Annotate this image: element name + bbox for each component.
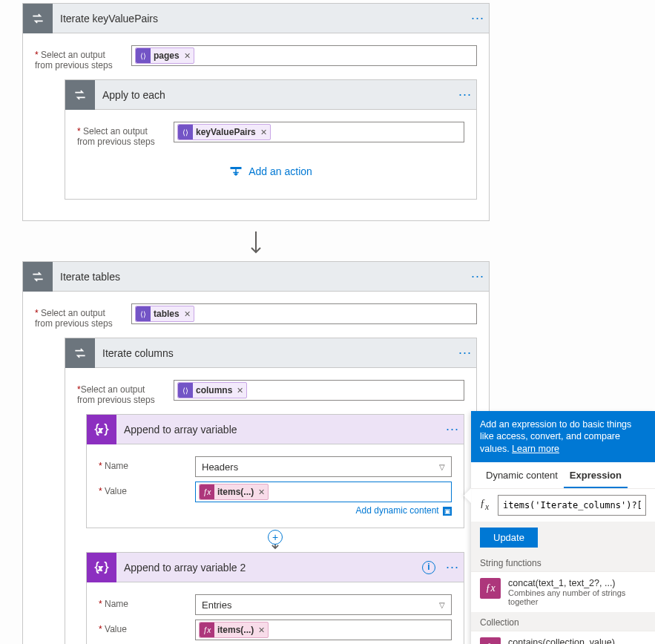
iterate-tables-card: Iterate tables ··· * Select an output fr… [22, 261, 490, 644]
card-header[interactable]: x Append to array variable 2 i ··· [87, 553, 464, 582]
svg-text:x: x [98, 565, 102, 571]
select-output-label: * Select an output from previous steps [77, 122, 174, 147]
card-header[interactable]: x Append to array variable ··· [87, 415, 464, 444]
apply-to-each-card: Apply to each ··· * Select an output fro… [65, 79, 477, 200]
dynamic-content-icon: ⟨⟩ [136, 306, 151, 321]
fx-icon: ƒx [480, 578, 501, 599]
append-array-2-card: x Append to array variable 2 i ··· * Nam… [86, 552, 464, 644]
card-header[interactable]: Iterate keyValuePairs ··· [23, 4, 489, 33]
fn-name: concat(text_1, text_2?, ...) [508, 578, 646, 588]
loop-icon [23, 262, 53, 292]
more-menu[interactable]: ··· [467, 269, 489, 284]
remove-token-icon[interactable]: ✕ [184, 309, 191, 319]
value-input[interactable]: ƒx items(...) ✕ [195, 620, 452, 640]
value-label: * Value [99, 620, 195, 634]
select-output-label: * Select an output from previous steps [35, 45, 131, 70]
token-keyvaluepairs[interactable]: ⟨⟩ keyValuePairs ✕ [177, 124, 271, 140]
token-items-expr[interactable]: ƒx items(...) ✕ [199, 484, 269, 500]
chevron-down-icon: ▽ [439, 601, 445, 609]
card-title: Apply to each [95, 89, 454, 101]
update-button[interactable]: Update [480, 528, 538, 548]
tab-expression[interactable]: Expression [564, 462, 628, 488]
learn-more-link[interactable]: Learn more [512, 444, 559, 454]
svg-rect-0 [231, 168, 241, 169]
tab-dynamic-content[interactable]: Dynamic content [480, 462, 564, 488]
token-pages[interactable]: ⟨⟩ pages ✕ [135, 47, 194, 64]
name-label: * Name [99, 456, 195, 471]
output-input[interactable]: ⟨⟩ keyValuePairs ✕ [174, 122, 464, 142]
loop-icon [23, 4, 53, 33]
card-title: Iterate tables [53, 271, 467, 283]
card-header[interactable]: Iterate tables ··· [23, 262, 489, 292]
name-label: * Name [99, 594, 195, 609]
output-input[interactable]: ⟨⟩ columns ✕ [174, 380, 464, 401]
dynamic-content-icon: ⟨⟩ [136, 48, 151, 63]
card-header[interactable]: Iterate columns ··· [65, 338, 476, 368]
add-action-button[interactable]: Add an action [77, 147, 464, 187]
add-dynamic-content-link[interactable]: Add dynamic content ▣ [195, 505, 452, 516]
callout-arrow-icon [464, 488, 471, 503]
fx-icon: ƒx [480, 498, 498, 512]
fn-desc: Combines any number of strings together [508, 588, 646, 606]
more-menu[interactable]: ··· [454, 87, 476, 102]
more-menu[interactable]: ··· [467, 10, 489, 26]
value-input[interactable]: ƒx items(...) ✕ [195, 482, 452, 502]
value-label: * Value [99, 482, 195, 496]
remove-token-icon[interactable]: ✕ [237, 386, 243, 395]
output-input[interactable]: ⟨⟩ tables ✕ [131, 303, 477, 324]
remove-token-icon[interactable]: ✕ [184, 51, 191, 61]
name-select[interactable]: Headers ▽ [195, 456, 452, 477]
select-output-label: * Select an output from previous steps [35, 303, 131, 329]
token-tables[interactable]: ⟨⟩ tables ✕ [135, 306, 194, 322]
insert-step-button[interactable]: + [268, 530, 283, 545]
variable-icon: x [87, 415, 116, 444]
fn-item-concat[interactable]: ƒx concat(text_1, text_2?, ...) Combines… [471, 572, 655, 613]
iterate-keyvaluepairs-card: Iterate keyValuePairs ··· * Select an ou… [22, 3, 490, 221]
card-title: Iterate keyValuePairs [53, 13, 467, 24]
select-output-label: *Select an output from previous steps [77, 380, 174, 405]
fx-icon: ƒx [200, 622, 214, 637]
more-menu[interactable]: ··· [441, 421, 464, 437]
fn-item-contains[interactable]: ƒx contains(collection, value) Returns t… [471, 631, 655, 644]
loop-icon [65, 80, 95, 110]
iterate-columns-card: Iterate columns ··· *Select an output fr… [65, 338, 477, 644]
token-columns[interactable]: ⟨⟩ columns ✕ [177, 382, 247, 398]
name-select[interactable]: Entries ▽ [195, 594, 452, 615]
fn-group-collection: Collection [471, 613, 655, 631]
fx-icon: ƒx [200, 484, 214, 499]
output-input[interactable]: ⟨⟩ pages ✕ [131, 45, 477, 66]
svg-text:x: x [98, 427, 102, 433]
fx-icon: ƒx [480, 637, 501, 644]
token-items-expr[interactable]: ƒx items(...) ✕ [199, 622, 269, 638]
expression-input[interactable] [498, 495, 646, 516]
dynamic-content-icon: ⟨⟩ [178, 383, 193, 398]
flow-arrow-icon [22, 230, 490, 257]
dynamic-content-icon: ⟨⟩ [178, 125, 193, 139]
expression-panel: Add an expression to do basic things lik… [471, 411, 655, 644]
card-header[interactable]: Apply to each ··· [65, 80, 476, 110]
append-array-card: x Append to array variable ··· * Name [86, 414, 464, 528]
info-icon[interactable]: i [422, 561, 435, 574]
card-title: Append to array variable [116, 424, 441, 436]
card-title: Iterate columns [95, 347, 454, 359]
more-menu[interactable]: ··· [441, 559, 464, 575]
chevron-down-icon: ▽ [439, 463, 445, 471]
panel-header: Add an expression to do basic things lik… [471, 411, 655, 462]
remove-token-icon[interactable]: ✕ [260, 128, 267, 137]
fn-group-string: String functions [471, 553, 655, 572]
variable-icon: x [87, 553, 116, 582]
card-title: Append to array variable 2 [116, 562, 422, 574]
remove-token-icon[interactable]: ✕ [258, 487, 265, 497]
fn-name: contains(collection, value) [508, 637, 646, 644]
loop-icon [65, 338, 95, 368]
more-menu[interactable]: ··· [454, 345, 476, 361]
remove-token-icon[interactable]: ✕ [258, 625, 265, 635]
